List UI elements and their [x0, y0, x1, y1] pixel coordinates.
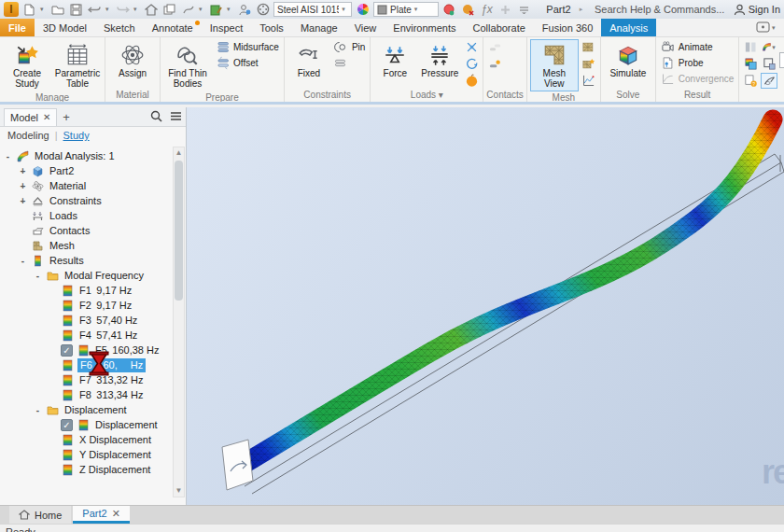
expand-icon[interactable]: + [19, 196, 27, 206]
model-panel-tab[interactable]: Model✕ [4, 108, 57, 126]
undo-icon[interactable] [87, 2, 103, 17]
collapse-icon[interactable]: - [34, 271, 42, 281]
doc-tab-home[interactable]: Home [9, 506, 71, 524]
pressure-button[interactable]: Pressure [418, 39, 461, 81]
collaborate-icon[interactable] [236, 2, 252, 17]
inventor-logo-icon[interactable]: I [4, 2, 19, 17]
tree-item-displacement[interactable]: ✓Displacement [4, 417, 173, 432]
create-study-button[interactable]: Create Study [3, 39, 51, 91]
tree-item-f8[interactable]: F8 313,34 Hz [4, 387, 173, 402]
midsurface-button[interactable]: Midsurface [214, 39, 281, 54]
tree-item-results[interactable]: -Results [4, 253, 173, 268]
save-icon[interactable] [68, 2, 84, 17]
tree-item-f4[interactable]: F4 57,41 Hz [4, 328, 173, 343]
redo-icon[interactable] [115, 2, 131, 17]
ribbon-display-icon[interactable] [756, 21, 770, 35]
modeling-mode-link[interactable]: Modeling [7, 130, 49, 141]
convergence-settings-icon[interactable] [581, 73, 597, 89]
ribbon-tab-sketch[interactable]: Sketch [95, 19, 144, 36]
scroll-down-icon[interactable]: ▼ [174, 485, 184, 497]
tree-item-loads[interactable]: Loads [4, 208, 173, 223]
group-label-loads[interactable]: Loads ▾ [373, 89, 480, 102]
ribbon-tab-tools[interactable]: Tools [251, 19, 292, 36]
new-file-icon[interactable] [21, 2, 37, 17]
tree-item-f2[interactable]: F2 9,17 Hz [4, 298, 173, 313]
frictionless-constraint-icon[interactable] [332, 55, 349, 71]
probe-button[interactable]: Probe [659, 55, 735, 70]
ribbon-tab-annotate[interactable]: Annotate [144, 19, 202, 36]
ribbon-tab-3d-model[interactable]: 3D Model [35, 19, 95, 36]
library-dropdown[interactable]: ▾ [227, 6, 233, 13]
ribbon-tab-fusion-360[interactable]: Fusion 360 [534, 19, 601, 36]
sign-in-button[interactable]: Sign In [734, 4, 780, 16]
open-icon[interactable] [49, 2, 65, 17]
offset-button[interactable]: Offset [214, 55, 281, 70]
ribbon-tab-analysis[interactable]: Analysis [601, 19, 656, 36]
remote-force-icon[interactable] [463, 39, 480, 55]
animate-button[interactable]: Animate [659, 39, 735, 54]
simulate-button[interactable]: Simulate [604, 39, 652, 81]
freeform-dropdown[interactable]: ▾ [199, 6, 205, 13]
render-icon[interactable] [255, 2, 271, 17]
local-mesh-control-icon[interactable] [581, 56, 597, 72]
collapse-icon[interactable]: - [4, 151, 12, 161]
qat-menu-icon[interactable] [516, 2, 532, 17]
tree-item-x-displacement[interactable]: X Displacement [4, 432, 173, 447]
search-input[interactable]: Search Help & Commands... [595, 4, 724, 15]
ribbon-display-dropdown[interactable]: ▾ [772, 24, 778, 32]
result-scale-combo[interactable]: Adjusted x1▾ [779, 52, 784, 68]
same-scale-icon[interactable] [742, 39, 759, 55]
manual-contact-icon[interactable] [486, 56, 503, 72]
material-combo[interactable]: Steel AISI 1015▾ [273, 2, 352, 17]
tree-item-material[interactable]: +Material [4, 178, 173, 193]
new-file-dropdown[interactable]: ▾ [40, 6, 47, 13]
tree-item-mesh[interactable]: Mesh [4, 238, 173, 253]
ribbon-tab-collaborate[interactable]: Collaborate [465, 19, 534, 36]
tree-item-modal-analysis-1[interactable]: -Modal Analysis: 1 [4, 148, 173, 163]
ribbon-tab-inspect[interactable]: Inspect [202, 19, 251, 36]
contour-shading-icon[interactable] [742, 56, 759, 72]
adjust-appearance-icon[interactable] [441, 2, 457, 17]
appearance-combo[interactable]: Plate▾ [373, 2, 439, 17]
mesh-view-button[interactable]: Mesh View [530, 39, 579, 91]
visibility-checkbox[interactable]: ✓ [61, 419, 73, 431]
ribbon-tab-view[interactable]: View [346, 19, 385, 36]
add-qat-icon[interactable] [497, 2, 513, 17]
tree-item-f3[interactable]: F3 57,40 Hz [4, 313, 173, 328]
freeform-icon[interactable] [180, 2, 196, 17]
tree-item-f1[interactable]: F1 9,17 Hz [4, 283, 173, 298]
gravity-load-icon[interactable] [463, 73, 480, 89]
tree-item-displacement[interactable]: -Displacement [4, 402, 173, 417]
panel-menu-icon[interactable] [170, 111, 182, 123]
moment-load-icon[interactable] [463, 56, 480, 72]
probe-labels-icon[interactable]: ? [742, 73, 759, 89]
tree-item-constraints[interactable]: +Constraints [4, 193, 173, 208]
doc-title-arrow[interactable]: ▸ [580, 6, 586, 13]
show-boundary-icon[interactable] [761, 56, 777, 72]
tree-item-part2[interactable]: +Part2 [4, 163, 173, 178]
switch-window-icon[interactable] [161, 2, 177, 17]
collapse-icon[interactable]: - [34, 405, 42, 415]
close-panel-icon[interactable]: ✕ [43, 112, 50, 122]
tree-item-modal-frequency[interactable]: -Modal Frequency [4, 268, 173, 283]
expand-icon[interactable]: + [19, 181, 27, 191]
redo-dropdown[interactable]: ▾ [133, 6, 140, 13]
close-tab-icon[interactable]: ✕ [112, 508, 120, 520]
visibility-checkbox[interactable]: ✓ [61, 344, 73, 357]
collapse-icon[interactable]: - [19, 256, 27, 266]
search-icon[interactable] [150, 110, 162, 124]
find-thin-bodies-button[interactable]: Find Thin Bodies [163, 39, 212, 91]
study-mode-link[interactable]: Study [63, 130, 90, 141]
mesh-settings-icon[interactable] [581, 39, 597, 55]
tree-item-contacts[interactable]: Contacts [4, 223, 173, 238]
tree-scrollbar[interactable]: ▲ ▼ [173, 147, 185, 497]
scrollbar-thumb[interactable] [175, 161, 183, 301]
ribbon-tab-file[interactable]: File [0, 19, 35, 36]
doc-tab-part2[interactable]: Part2✕ [73, 506, 130, 524]
scroll-up-icon[interactable]: ▲ [174, 147, 184, 159]
add-panel-icon[interactable]: + [63, 110, 70, 124]
expand-icon[interactable]: + [19, 166, 27, 176]
force-button[interactable]: Force [373, 39, 416, 81]
smooth-shading-icon[interactable] [761, 73, 777, 89]
fixed-button[interactable]: Fixed [287, 39, 330, 81]
